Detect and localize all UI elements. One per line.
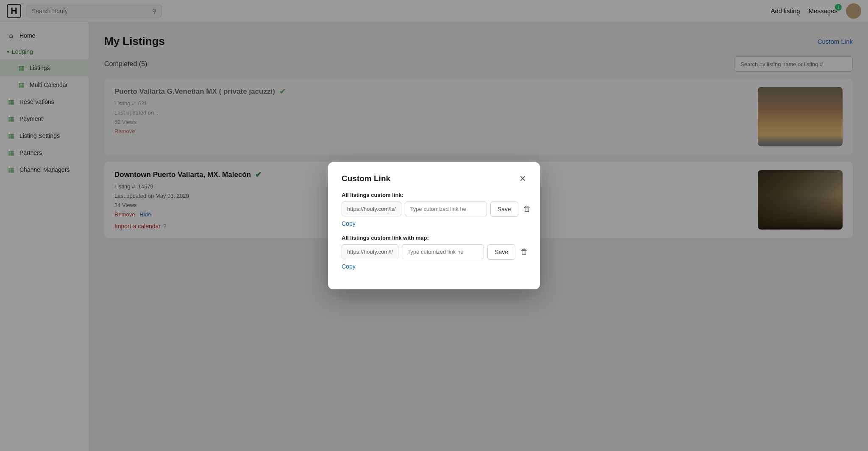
custom-link-modal: Custom Link ✕ All listings custom link: …: [328, 162, 540, 289]
section1-copy-button[interactable]: Copy: [342, 220, 356, 227]
section1-label: All listings custom link:: [342, 192, 526, 198]
section2-input[interactable]: [402, 244, 484, 259]
section2-delete-button[interactable]: 🗑: [519, 246, 530, 258]
section1-delete-button[interactable]: 🗑: [522, 203, 533, 215]
modal-overlay[interactable]: Custom Link ✕ All listings custom link: …: [0, 0, 868, 451]
section2-prefix: https://houfy.com/l/: [342, 244, 398, 259]
section2-save-button[interactable]: Save: [487, 244, 515, 260]
section2-label: All listings custom link with map:: [342, 235, 526, 241]
section2-link-row: https://houfy.com/l/ Save 🗑: [342, 244, 526, 260]
section2-copy-button[interactable]: Copy: [342, 263, 356, 270]
modal-header: Custom Link ✕: [342, 174, 526, 183]
section1-link-row: https://houfy.com/ls/ Save 🗑: [342, 202, 526, 217]
section1-input[interactable]: [405, 202, 487, 216]
section1-prefix: https://houfy.com/ls/: [342, 202, 401, 216]
modal-title: Custom Link: [342, 174, 390, 183]
close-button[interactable]: ✕: [519, 174, 526, 183]
section1-save-button[interactable]: Save: [490, 202, 518, 217]
